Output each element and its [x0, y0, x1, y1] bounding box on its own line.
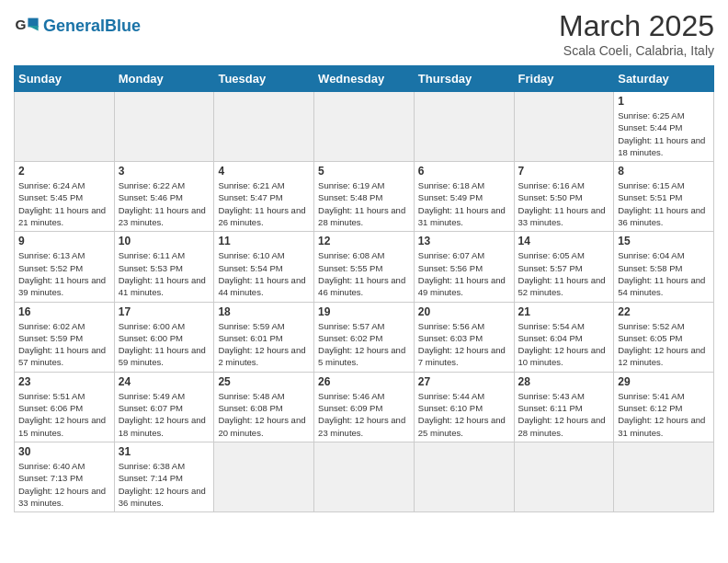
title-area: March 2025 Scala Coeli, Calabria, Italy: [559, 9, 714, 58]
day-header-thursday: Thursday: [414, 66, 514, 92]
week-row-3: 16Sunrise: 6:02 AMSunset: 5:59 PMDayligh…: [15, 302, 714, 372]
cell-content: Sunrise: 5:41 AMSunset: 6:12 PMDaylight:…: [618, 390, 710, 439]
calendar-cell: 22Sunrise: 5:52 AMSunset: 6:05 PMDayligh…: [614, 302, 714, 372]
day-header-friday: Friday: [514, 66, 614, 92]
calendar-cell: 6Sunrise: 6:18 AMSunset: 5:49 PMDaylight…: [414, 162, 514, 232]
cell-content: Sunrise: 6:22 AMSunset: 5:46 PMDaylight:…: [119, 179, 210, 228]
cell-content: Sunrise: 6:00 AMSunset: 6:00 PMDaylight:…: [119, 320, 210, 369]
logo-icon: G: [14, 13, 40, 39]
calendar-cell: 14Sunrise: 6:05 AMSunset: 5:57 PMDayligh…: [514, 232, 614, 302]
date-number: 25: [218, 375, 310, 388]
cell-content: Sunrise: 5:48 AMSunset: 6:08 PMDaylight:…: [218, 390, 310, 439]
cell-content: Sunrise: 6:40 AMSunset: 7:13 PMDaylight:…: [18, 460, 110, 509]
logo-text: GeneralBlue: [43, 17, 141, 34]
date-number: 18: [218, 305, 310, 318]
day-header-tuesday: Tuesday: [214, 66, 314, 92]
svg-text:G: G: [15, 17, 26, 32]
calendar: SundayMondayTuesdayWednesdayThursdayFrid…: [14, 65, 714, 512]
calendar-cell: 4Sunrise: 6:21 AMSunset: 5:47 PMDaylight…: [214, 162, 314, 232]
date-number: 9: [18, 235, 110, 247]
date-number: 10: [119, 235, 210, 247]
cell-content: Sunrise: 6:19 AMSunset: 5:48 PMDaylight:…: [318, 179, 410, 228]
cell-content: Sunrise: 5:56 AMSunset: 6:03 PMDaylight:…: [418, 320, 510, 369]
date-number: 27: [418, 375, 510, 388]
calendar-cell: 2Sunrise: 6:24 AMSunset: 5:45 PMDaylight…: [15, 162, 115, 232]
date-number: 4: [218, 165, 310, 178]
calendar-cell: 7Sunrise: 6:16 AMSunset: 5:50 PMDaylight…: [514, 162, 614, 232]
date-number: 19: [318, 305, 410, 318]
header: G GeneralBlue March 2025 Scala Coeli, Ca…: [14, 9, 714, 58]
calendar-cell: 18Sunrise: 5:59 AMSunset: 6:01 PMDayligh…: [214, 302, 314, 372]
calendar-cell: [114, 92, 214, 162]
date-number: 8: [618, 165, 710, 178]
calendar-cell: 8Sunrise: 6:15 AMSunset: 5:51 PMDaylight…: [614, 162, 714, 232]
date-number: 3: [119, 165, 210, 178]
day-header-saturday: Saturday: [614, 66, 714, 92]
location-subtitle: Scala Coeli, Calabria, Italy: [559, 43, 714, 58]
day-headers-row: SundayMondayTuesdayWednesdayThursdayFrid…: [15, 66, 714, 92]
calendar-cell: [314, 92, 415, 162]
cell-content: Sunrise: 6:24 AMSunset: 5:45 PMDaylight:…: [18, 179, 110, 228]
date-number: 1: [618, 95, 710, 108]
date-number: 11: [218, 235, 310, 247]
calendar-cell: 28Sunrise: 5:43 AMSunset: 6:11 PMDayligh…: [514, 372, 614, 442]
cell-content: Sunrise: 6:05 AMSunset: 5:57 PMDaylight:…: [518, 249, 610, 298]
date-number: 14: [518, 235, 610, 247]
calendar-cell: 31Sunrise: 6:38 AMSunset: 7:14 PMDayligh…: [114, 442, 214, 511]
calendar-cell: 25Sunrise: 5:48 AMSunset: 6:08 PMDayligh…: [214, 372, 314, 442]
cell-content: Sunrise: 6:02 AMSunset: 5:59 PMDaylight:…: [18, 320, 110, 369]
date-number: 23: [18, 375, 110, 388]
week-row-5: 30Sunrise: 6:40 AMSunset: 7:13 PMDayligh…: [15, 442, 714, 511]
calendar-cell: 10Sunrise: 6:11 AMSunset: 5:53 PMDayligh…: [114, 232, 214, 302]
date-number: 21: [518, 305, 610, 318]
calendar-cell: [614, 442, 714, 511]
cell-content: Sunrise: 6:15 AMSunset: 5:51 PMDaylight:…: [618, 179, 710, 228]
cell-content: Sunrise: 5:44 AMSunset: 6:10 PMDaylight:…: [418, 390, 510, 439]
date-number: 17: [119, 305, 210, 318]
calendar-cell: 5Sunrise: 6:19 AMSunset: 5:48 PMDaylight…: [314, 162, 415, 232]
calendar-cell: 20Sunrise: 5:56 AMSunset: 6:03 PMDayligh…: [414, 302, 514, 372]
calendar-cell: 27Sunrise: 5:44 AMSunset: 6:10 PMDayligh…: [414, 372, 514, 442]
calendar-cell: 9Sunrise: 6:13 AMSunset: 5:52 PMDaylight…: [15, 232, 115, 302]
cell-content: Sunrise: 6:07 AMSunset: 5:56 PMDaylight:…: [418, 249, 510, 298]
logo: G GeneralBlue: [14, 13, 141, 39]
calendar-cell: 11Sunrise: 6:10 AMSunset: 5:54 PMDayligh…: [214, 232, 314, 302]
date-number: 6: [418, 165, 510, 178]
cell-content: Sunrise: 6:21 AMSunset: 5:47 PMDaylight:…: [218, 179, 310, 228]
date-number: 12: [318, 235, 410, 247]
week-row-0: 1Sunrise: 6:25 AMSunset: 5:44 PMDaylight…: [15, 92, 714, 162]
calendar-cell: 23Sunrise: 5:51 AMSunset: 6:06 PMDayligh…: [15, 372, 115, 442]
calendar-cell: [414, 442, 514, 511]
calendar-cell: [514, 442, 614, 511]
calendar-cell: 21Sunrise: 5:54 AMSunset: 6:04 PMDayligh…: [514, 302, 614, 372]
cell-content: Sunrise: 6:38 AMSunset: 7:14 PMDaylight:…: [119, 460, 210, 509]
cell-content: Sunrise: 5:51 AMSunset: 6:06 PMDaylight:…: [18, 390, 110, 439]
calendar-body: 1Sunrise: 6:25 AMSunset: 5:44 PMDaylight…: [15, 92, 714, 512]
cell-content: Sunrise: 6:11 AMSunset: 5:53 PMDaylight:…: [119, 249, 210, 298]
svg-marker-1: [28, 18, 38, 28]
date-number: 31: [119, 445, 210, 458]
date-number: 7: [518, 165, 610, 178]
calendar-cell: [214, 442, 314, 511]
calendar-cell: 16Sunrise: 6:02 AMSunset: 5:59 PMDayligh…: [15, 302, 115, 372]
date-number: 24: [119, 375, 210, 388]
month-title: March 2025: [559, 9, 714, 43]
day-header-wednesday: Wednesday: [314, 66, 415, 92]
date-number: 2: [18, 165, 110, 178]
cell-content: Sunrise: 6:25 AMSunset: 5:44 PMDaylight:…: [618, 109, 710, 158]
date-number: 16: [18, 305, 110, 318]
cell-content: Sunrise: 6:13 AMSunset: 5:52 PMDaylight:…: [18, 249, 110, 298]
cell-content: Sunrise: 6:08 AMSunset: 5:55 PMDaylight:…: [318, 249, 410, 298]
date-number: 28: [518, 375, 610, 388]
cell-content: Sunrise: 5:43 AMSunset: 6:11 PMDaylight:…: [518, 390, 610, 439]
cell-content: Sunrise: 5:54 AMSunset: 6:04 PMDaylight:…: [518, 320, 610, 369]
cell-content: Sunrise: 5:52 AMSunset: 6:05 PMDaylight:…: [618, 320, 710, 369]
calendar-cell: 13Sunrise: 6:07 AMSunset: 5:56 PMDayligh…: [414, 232, 514, 302]
cell-content: Sunrise: 5:57 AMSunset: 6:02 PMDaylight:…: [318, 320, 410, 369]
calendar-cell: 1Sunrise: 6:25 AMSunset: 5:44 PMDaylight…: [614, 92, 714, 162]
cell-content: Sunrise: 5:49 AMSunset: 6:07 PMDaylight:…: [119, 390, 210, 439]
calendar-cell: 30Sunrise: 6:40 AMSunset: 7:13 PMDayligh…: [15, 442, 115, 511]
calendar-cell: 19Sunrise: 5:57 AMSunset: 6:02 PMDayligh…: [314, 302, 415, 372]
cell-content: Sunrise: 6:04 AMSunset: 5:58 PMDaylight:…: [618, 249, 710, 298]
date-number: 20: [418, 305, 510, 318]
